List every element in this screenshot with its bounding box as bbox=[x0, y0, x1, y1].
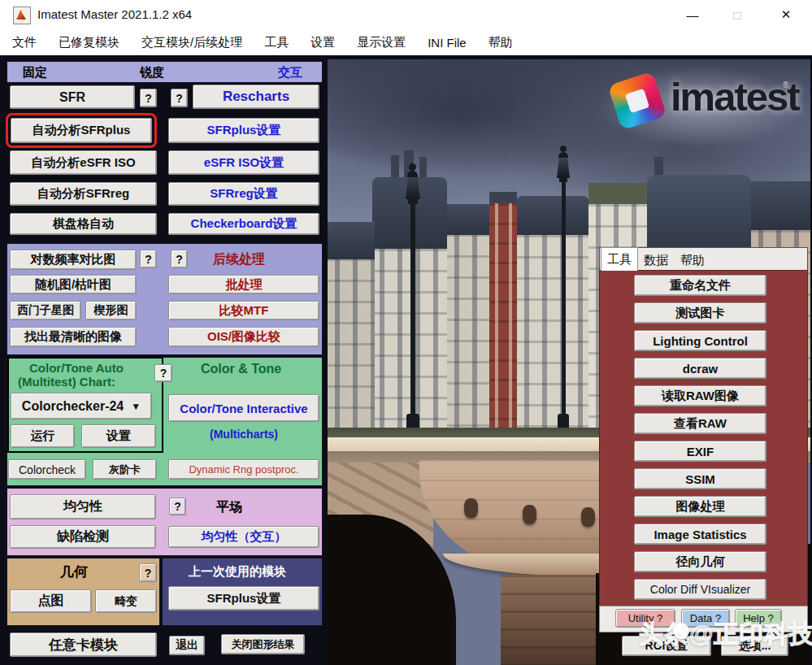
rescharts-help-button[interactable]: ? bbox=[171, 89, 188, 107]
sfrplus-highlight-ring bbox=[6, 113, 157, 148]
building-roof bbox=[328, 222, 375, 259]
chart-dropdown[interactable]: Colorchecker-24 ▼ bbox=[11, 393, 152, 419]
lamppost-finial bbox=[560, 146, 567, 152]
mansard-roof bbox=[647, 175, 751, 252]
registered-mark: ® bbox=[783, 80, 788, 89]
esfr-iso-setup-button[interactable]: eSFR ISO设置 bbox=[168, 150, 319, 175]
menu-help[interactable]: 帮助 bbox=[489, 35, 513, 50]
geometry-label: 几何 bbox=[60, 563, 88, 581]
dot-pattern-button[interactable]: 点图 bbox=[10, 589, 92, 613]
tab-data[interactable]: 数据 bbox=[639, 250, 673, 270]
dynamic-range-postproc-button[interactable]: Dynamic Rng postproc. bbox=[168, 459, 319, 480]
watermark: 头条@正印科技 bbox=[639, 618, 812, 651]
image-statistics-button[interactable]: Image Statistics bbox=[634, 524, 766, 545]
building-roof bbox=[517, 196, 588, 235]
main-content: imatest ® bbox=[0, 55, 812, 665]
colortone-auto-chart-label: (Multitest) Chart: bbox=[18, 375, 115, 389]
distortion-button[interactable]: 畸变 bbox=[95, 589, 157, 613]
building-roof bbox=[489, 192, 517, 203]
last-module-label: 上一次使用的模块 bbox=[189, 564, 286, 580]
radial-geometry-button[interactable]: 径向几何 bbox=[634, 551, 766, 572]
menu-interactive-postprocess[interactable]: 交互模块/后续处理 bbox=[141, 35, 242, 50]
postprocess-label: 后续处理 bbox=[213, 251, 265, 268]
menu-file[interactable]: 文件 bbox=[12, 35, 37, 50]
checkerboard-setup-button[interactable]: Checkerboard设置 bbox=[168, 213, 319, 235]
run-button[interactable]: 运行 bbox=[11, 424, 75, 448]
tab-help[interactable]: 帮助 bbox=[675, 250, 710, 270]
rename-files-button[interactable]: 重命名文件 bbox=[634, 275, 766, 296]
sfr-button[interactable]: SFR bbox=[10, 85, 135, 109]
building-roof bbox=[447, 204, 489, 235]
close-button[interactable]: ✕ bbox=[772, 5, 800, 24]
ois-compare-button[interactable]: OIS/图像比较 bbox=[168, 327, 319, 347]
building-facade bbox=[517, 235, 588, 436]
menu-utilities[interactable]: 工具 bbox=[264, 35, 289, 50]
uniformity-button[interactable]: 均匀性 bbox=[10, 494, 156, 519]
exit-button[interactable]: 退出 bbox=[169, 636, 205, 655]
colortone-interactive-button[interactable]: Color/Tone Interactive bbox=[168, 394, 319, 422]
chevron-down-icon: ▼ bbox=[131, 401, 141, 412]
lighting-control-button[interactable]: Lighting Control bbox=[634, 330, 766, 351]
defect-detection-button[interactable]: 缺陷检测 bbox=[10, 525, 156, 549]
ssim-button[interactable]: SSIM bbox=[634, 468, 766, 489]
close-figures-button[interactable]: 关闭图形结果 bbox=[221, 634, 305, 654]
find-sharpest-button[interactable]: 找出最清晰的图像 bbox=[10, 327, 137, 347]
geometry-help-button[interactable]: ? bbox=[139, 563, 157, 582]
flatfield-label: 平场 bbox=[216, 499, 242, 516]
imatest-logo-text: imatest bbox=[671, 74, 799, 120]
colortone-help-button[interactable]: ? bbox=[154, 364, 172, 382]
maximize-button[interactable]: □ bbox=[723, 5, 751, 24]
random-deadleaves-button[interactable]: 随机图/枯叶图 bbox=[10, 275, 137, 294]
settings-button[interactable]: 设置 bbox=[81, 424, 156, 448]
sfrreg-setup-button[interactable]: SFRreg设置 bbox=[168, 182, 319, 206]
dcraw-button[interactable]: dcraw bbox=[634, 358, 766, 379]
header-fixed-label: 固定 bbox=[23, 65, 47, 80]
siemens-star-button[interactable]: 西门子星图 bbox=[10, 301, 81, 320]
uniformity-interactive-button[interactable]: 均匀性（交互） bbox=[168, 526, 319, 548]
minimize-button[interactable]: — bbox=[679, 5, 706, 24]
test-charts-button[interactable]: 测试图卡 bbox=[634, 302, 766, 324]
app-icon bbox=[13, 7, 31, 24]
last-module-button[interactable]: SFRplus设置 bbox=[168, 586, 319, 611]
uniformity-help-button[interactable]: ? bbox=[169, 498, 186, 515]
interactive-help-button[interactable]: ? bbox=[140, 250, 157, 268]
multicharts-label: (Multicharts) bbox=[210, 428, 278, 441]
read-raw-button[interactable]: 读取RAW图像 bbox=[634, 385, 766, 406]
wedge-button[interactable]: 楔形图 bbox=[85, 301, 137, 320]
carved-mascaron bbox=[523, 505, 536, 524]
chimney bbox=[419, 157, 427, 180]
color-diff-visualizer-button[interactable]: Color Diff VIsualizer bbox=[634, 579, 766, 600]
colortone-auto-title: Color/Tone Auto bbox=[29, 361, 124, 375]
lamppost-pole bbox=[410, 204, 415, 417]
red-building-facade bbox=[489, 203, 517, 436]
sfrplus-setup-button[interactable]: SFRplus设置 bbox=[168, 118, 319, 143]
arbitrary-chart-button[interactable]: 任意卡模块 bbox=[10, 632, 157, 657]
grayscale-chart-button[interactable]: 灰阶卡 bbox=[93, 459, 157, 480]
esfr-iso-auto-button[interactable]: 自动分析eSFR ISO bbox=[10, 150, 157, 175]
postprocess-help-button[interactable]: ? bbox=[171, 250, 188, 268]
rescharts-button[interactable]: Rescharts bbox=[193, 85, 319, 109]
compare-mtf-button[interactable]: 比较MTF bbox=[168, 301, 319, 320]
view-raw-button[interactable]: 查看RAW bbox=[634, 413, 766, 434]
exif-button[interactable]: EXIF bbox=[634, 441, 766, 462]
colorcheck-button[interactable]: Colorcheck bbox=[8, 459, 86, 480]
menu-settings[interactable]: 设置 bbox=[310, 35, 335, 50]
batch-process-button[interactable]: 批处理 bbox=[168, 275, 319, 294]
watermark-ghost-icon bbox=[673, 623, 689, 639]
panel-header bbox=[7, 61, 323, 83]
image-processing-button[interactable]: 图像处理 bbox=[634, 496, 766, 517]
imatest-window: Imatest Master 2021.1.2 x64 — □ ✕ 文件 已修复… bbox=[0, 0, 812, 665]
lamppost-crown bbox=[407, 171, 418, 177]
checkerboard-auto-button[interactable]: 棋盘格自动 bbox=[10, 213, 157, 235]
menu-display[interactable]: 显示设置 bbox=[357, 35, 406, 50]
tab-tools[interactable]: 工具 bbox=[601, 247, 638, 271]
sfr-help-button[interactable]: ? bbox=[140, 89, 157, 107]
menu-ini-file[interactable]: INI File bbox=[428, 36, 467, 50]
log-frequency-button[interactable]: 对数频率对比图 bbox=[10, 250, 137, 270]
roof-terrace bbox=[588, 183, 647, 204]
menu-fixed-modules[interactable]: 已修复模块 bbox=[59, 35, 119, 50]
building-roof bbox=[751, 181, 810, 230]
watermark-text: 头条@正印科技 bbox=[639, 620, 812, 647]
sfrreg-auto-button[interactable]: 自动分析SFRreg bbox=[10, 182, 157, 206]
window-title: Imatest Master 2021.1.2 x64 bbox=[37, 7, 192, 21]
